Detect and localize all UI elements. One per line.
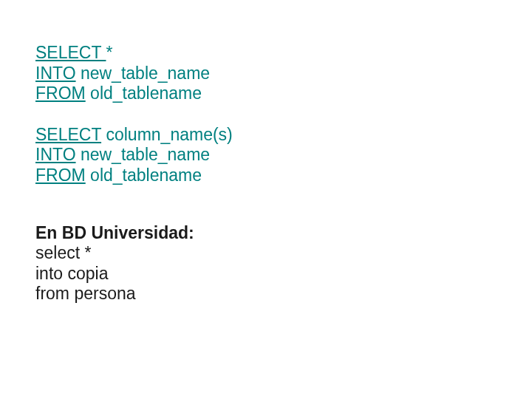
keyword-from: FROM xyxy=(35,83,86,103)
example-line-2: into copia xyxy=(35,264,532,284)
syntax2-line-3: FROM old_tablename xyxy=(35,166,532,186)
keyword-into: INTO xyxy=(35,64,76,83)
keyword-from: FROM xyxy=(35,166,86,185)
example-heading: En BD Universidad: xyxy=(35,223,532,244)
into-target: new_table_name xyxy=(81,64,210,83)
syntax1-line-3: FROM old_tablename xyxy=(35,83,532,104)
keyword-select: SELECT xyxy=(35,43,106,62)
syntax2-line-2: INTO new_table_name xyxy=(35,145,532,166)
example-line-1: select * xyxy=(35,243,532,264)
sql-syntax-block-1: SELECT * INTO new_table_name FROM old_ta… xyxy=(35,43,532,104)
example-block: En BD Universidad: select * into copia f… xyxy=(35,223,532,304)
into-target: new_table_name xyxy=(81,145,210,164)
from-target: old_tablename xyxy=(90,166,202,185)
syntax1-line-1: SELECT * xyxy=(35,43,532,64)
from-target: old_tablename xyxy=(90,83,202,103)
sql-syntax-block-2: SELECT column_name(s) INTO new_table_nam… xyxy=(35,125,532,186)
syntax1-line-2: INTO new_table_name xyxy=(35,64,532,84)
keyword-into: INTO xyxy=(35,145,76,164)
select-columns: column_name(s) xyxy=(106,125,232,144)
select-target: * xyxy=(106,43,112,62)
syntax2-line-1: SELECT column_name(s) xyxy=(35,125,532,146)
example-line-3: from persona xyxy=(35,284,532,304)
keyword-select: SELECT xyxy=(35,125,101,144)
